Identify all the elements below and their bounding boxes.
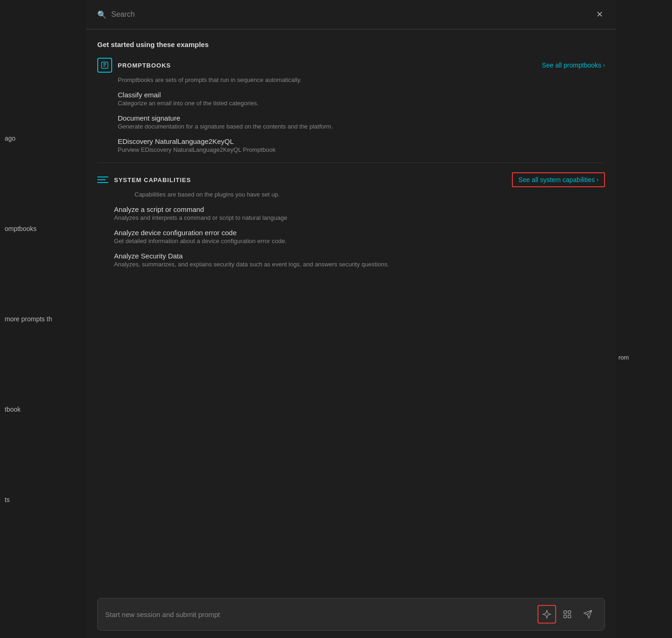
analyze-security-title: Analyze Security Data bbox=[114, 252, 605, 260]
analyze-script-desc: Analyzes and interprets a command or scr… bbox=[114, 214, 605, 221]
bottom-input-area: Start new session and submit prompt bbox=[86, 590, 616, 638]
sidebar-item-tbook: tbook bbox=[5, 406, 81, 413]
svg-rect-1 bbox=[564, 611, 567, 614]
sidebar-item-ago: ago bbox=[5, 135, 81, 142]
classify-email-desc: Categorize an email into one of the list… bbox=[118, 100, 605, 107]
analyze-script-title: Analyze a script or command bbox=[114, 205, 605, 213]
search-input[interactable] bbox=[111, 10, 594, 19]
system-capabilities-section-header: SYSTEM CAPABILITIES See all system capab… bbox=[97, 172, 605, 187]
see-all-promptbooks-text: See all promptbooks bbox=[542, 61, 601, 69]
send-button[interactable] bbox=[578, 605, 597, 624]
system-capabilities-description: Capabilities are based on the plugins yo… bbox=[118, 191, 605, 198]
sidebar-item-ts: ts bbox=[5, 496, 81, 503]
svg-rect-3 bbox=[564, 615, 567, 618]
search-bar: 🔍 ✕ bbox=[86, 0, 616, 29]
sparkle-icon bbox=[542, 610, 551, 619]
content-area: Get started using these examples PROMPTB… bbox=[86, 29, 616, 590]
list-item-analyze-device[interactable]: Analyze device configuration error code … bbox=[97, 229, 605, 244]
ediscovery-desc: Purview EDiscovery NaturalLanguage2KeyQL… bbox=[118, 146, 605, 153]
right-partial-text: rom bbox=[616, 349, 672, 366]
analyze-device-desc: Get detailed information about a device … bbox=[114, 238, 605, 244]
sidebar-item-more-prompts: more prompts th bbox=[5, 315, 81, 323]
list-item-analyze-security[interactable]: Analyze Security Data Analyzes, summariz… bbox=[97, 252, 605, 268]
promptbooks-label: PROMPTBOOKS bbox=[118, 62, 171, 69]
promptbooks-header-left: PROMPTBOOKS bbox=[97, 58, 171, 73]
sparkle-button[interactable] bbox=[538, 605, 556, 624]
promptbooks-icon bbox=[97, 58, 112, 73]
see-all-promptbooks-link[interactable]: See all promptbooks › bbox=[542, 61, 605, 69]
capabilities-icon bbox=[97, 176, 108, 183]
right-partial-sidebar: rom bbox=[616, 0, 672, 638]
capabilities-chevron-icon: › bbox=[597, 176, 598, 183]
promptbooks-section-header: PROMPTBOOKS See all promptbooks › bbox=[97, 58, 605, 73]
action-buttons bbox=[538, 605, 597, 624]
document-signature-title: Document signature bbox=[118, 114, 605, 122]
svg-rect-4 bbox=[568, 615, 571, 618]
see-all-capabilities-text: See all system capabilities bbox=[518, 176, 595, 183]
list-item-document-signature[interactable]: Document signature Generate documentatio… bbox=[97, 114, 605, 130]
section-divider bbox=[97, 163, 605, 163]
system-capabilities-label: SYSTEM CAPABILITIES bbox=[114, 176, 191, 183]
grid-icon bbox=[563, 610, 572, 619]
send-icon bbox=[583, 610, 592, 619]
grid-button[interactable] bbox=[558, 605, 577, 624]
search-icon: 🔍 bbox=[97, 10, 107, 19]
close-button[interactable]: ✕ bbox=[594, 7, 605, 21]
sys-cap-header-left: SYSTEM CAPABILITIES bbox=[97, 176, 191, 183]
sidebar-item-promptbooks: omptbooks bbox=[5, 225, 81, 232]
left-sidebar: ago omptbooks more prompts th tbook ts bbox=[0, 0, 86, 638]
prompt-placeholder-text: Start new session and submit prompt bbox=[105, 611, 532, 618]
close-icon: ✕ bbox=[596, 10, 603, 19]
ediscovery-title: EDiscovery NaturalLanguage2KeyQL bbox=[118, 137, 605, 145]
promptbooks-description: Promptbooks are sets of prompts that run… bbox=[118, 76, 605, 83]
list-item-ediscovery[interactable]: EDiscovery NaturalLanguage2KeyQL Purview… bbox=[97, 137, 605, 153]
classify-email-title: Classify email bbox=[118, 91, 605, 99]
promptbooks-chevron-icon: › bbox=[603, 62, 605, 68]
analyze-device-title: Analyze device configuration error code bbox=[114, 229, 605, 237]
svg-rect-2 bbox=[568, 611, 571, 614]
list-item-classify-email[interactable]: Classify email Categorize an email into … bbox=[97, 91, 605, 107]
document-signature-desc: Generate documentation for a signature b… bbox=[118, 123, 605, 130]
main-panel: 🔍 ✕ Get started using these examples PRO… bbox=[86, 0, 616, 638]
analyze-security-desc: Analyzes, summarizes, and explains secur… bbox=[114, 261, 605, 268]
examples-title: Get started using these examples bbox=[97, 41, 605, 48]
list-item-analyze-script[interactable]: Analyze a script or command Analyzes and… bbox=[97, 205, 605, 221]
prompt-input-container: Start new session and submit prompt bbox=[97, 598, 605, 631]
see-all-capabilities-link[interactable]: See all system capabilities › bbox=[512, 172, 605, 187]
